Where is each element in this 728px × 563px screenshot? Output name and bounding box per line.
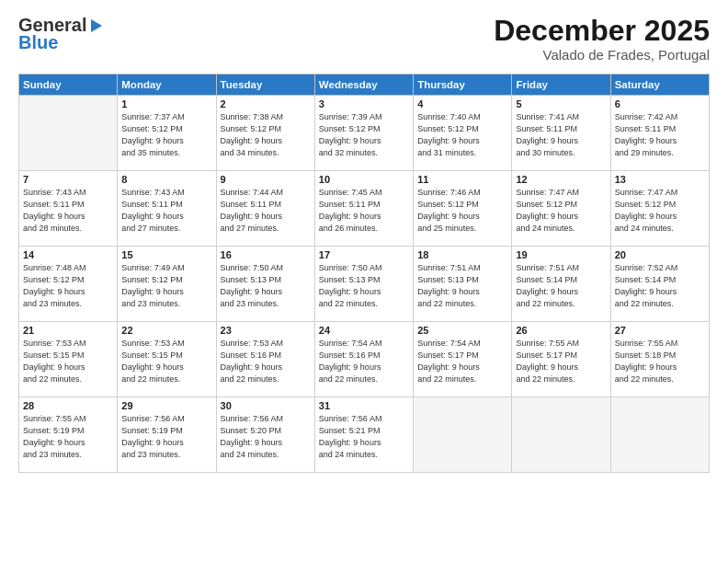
logo-blue: Blue bbox=[18, 32, 58, 53]
day-number: 24 bbox=[319, 325, 409, 336]
day-number: 6 bbox=[615, 98, 705, 109]
calendar-cell: 6Sunrise: 7:42 AMSunset: 5:11 PMDaylight… bbox=[610, 96, 709, 171]
day-number: 31 bbox=[319, 400, 409, 411]
day-info: Sunrise: 7:55 AMSunset: 5:19 PMDaylight:… bbox=[23, 413, 113, 461]
day-number: 18 bbox=[417, 249, 507, 260]
day-info: Sunrise: 7:53 AMSunset: 5:15 PMDaylight:… bbox=[23, 338, 113, 385]
day-number: 26 bbox=[516, 325, 606, 336]
calendar-cell: 24Sunrise: 7:54 AMSunset: 5:16 PMDayligh… bbox=[314, 322, 413, 397]
calendar-header: SundayMondayTuesdayWednesdayThursdayFrid… bbox=[19, 75, 710, 96]
logo: General Blue bbox=[18, 15, 104, 53]
day-number: 10 bbox=[319, 174, 409, 185]
day-number: 13 bbox=[615, 174, 705, 185]
day-info: Sunrise: 7:37 AMSunset: 5:12 PMDaylight:… bbox=[121, 111, 211, 159]
weekday-header: Sunday bbox=[19, 75, 118, 96]
day-info: Sunrise: 7:56 AMSunset: 5:19 PMDaylight:… bbox=[121, 413, 211, 461]
day-info: Sunrise: 7:43 AMSunset: 5:11 PMDaylight:… bbox=[121, 187, 211, 235]
calendar-cell: 14Sunrise: 7:48 AMSunset: 5:12 PMDayligh… bbox=[19, 247, 118, 322]
day-info: Sunrise: 7:40 AMSunset: 5:12 PMDaylight:… bbox=[417, 111, 507, 159]
calendar-cell: 17Sunrise: 7:50 AMSunset: 5:13 PMDayligh… bbox=[314, 247, 413, 322]
weekday-header: Saturday bbox=[610, 75, 709, 96]
logo-icon bbox=[87, 17, 104, 34]
day-number: 19 bbox=[516, 249, 606, 260]
calendar-cell: 29Sunrise: 7:56 AMSunset: 5:19 PMDayligh… bbox=[118, 397, 216, 473]
calendar-cell: 10Sunrise: 7:45 AMSunset: 5:11 PMDayligh… bbox=[314, 171, 413, 247]
day-info: Sunrise: 7:41 AMSunset: 5:11 PMDaylight:… bbox=[516, 111, 606, 159]
calendar-cell bbox=[19, 96, 118, 171]
day-number: 29 bbox=[121, 400, 211, 411]
svg-marker-0 bbox=[91, 19, 102, 32]
calendar-cell: 7Sunrise: 7:43 AMSunset: 5:11 PMDaylight… bbox=[19, 171, 118, 247]
calendar-cell: 5Sunrise: 7:41 AMSunset: 5:11 PMDaylight… bbox=[512, 96, 610, 171]
day-info: Sunrise: 7:48 AMSunset: 5:12 PMDaylight:… bbox=[23, 262, 113, 310]
day-number: 7 bbox=[23, 174, 113, 185]
calendar-cell: 4Sunrise: 7:40 AMSunset: 5:12 PMDaylight… bbox=[414, 96, 512, 171]
calendar-week-row: 1Sunrise: 7:37 AMSunset: 5:12 PMDaylight… bbox=[19, 96, 710, 171]
day-info: Sunrise: 7:38 AMSunset: 5:12 PMDaylight:… bbox=[221, 111, 311, 159]
day-number: 17 bbox=[319, 249, 409, 260]
day-number: 27 bbox=[615, 325, 705, 336]
day-info: Sunrise: 7:44 AMSunset: 5:11 PMDaylight:… bbox=[221, 187, 311, 235]
calendar-cell: 12Sunrise: 7:47 AMSunset: 5:12 PMDayligh… bbox=[512, 171, 610, 247]
day-info: Sunrise: 7:56 AMSunset: 5:21 PMDaylight:… bbox=[319, 413, 409, 461]
day-info: Sunrise: 7:46 AMSunset: 5:12 PMDaylight:… bbox=[417, 187, 507, 235]
day-number: 15 bbox=[121, 249, 211, 260]
day-info: Sunrise: 7:54 AMSunset: 5:17 PMDaylight:… bbox=[417, 338, 507, 385]
calendar-cell bbox=[610, 397, 709, 473]
day-number: 30 bbox=[221, 400, 311, 411]
day-number: 25 bbox=[417, 325, 507, 336]
calendar-cell: 19Sunrise: 7:51 AMSunset: 5:14 PMDayligh… bbox=[512, 247, 610, 322]
day-number: 21 bbox=[23, 325, 113, 336]
calendar-cell: 21Sunrise: 7:53 AMSunset: 5:15 PMDayligh… bbox=[19, 322, 118, 397]
calendar-cell: 23Sunrise: 7:53 AMSunset: 5:16 PMDayligh… bbox=[216, 322, 314, 397]
day-number: 16 bbox=[221, 249, 311, 260]
day-info: Sunrise: 7:47 AMSunset: 5:12 PMDaylight:… bbox=[615, 187, 705, 235]
day-number: 14 bbox=[23, 249, 113, 260]
month-title: December 2025 bbox=[494, 15, 710, 47]
weekday-header: Monday bbox=[118, 75, 216, 96]
day-info: Sunrise: 7:55 AMSunset: 5:18 PMDaylight:… bbox=[615, 338, 705, 385]
day-info: Sunrise: 7:53 AMSunset: 5:16 PMDaylight:… bbox=[221, 338, 311, 385]
day-info: Sunrise: 7:47 AMSunset: 5:12 PMDaylight:… bbox=[516, 187, 606, 235]
calendar-cell: 2Sunrise: 7:38 AMSunset: 5:12 PMDaylight… bbox=[216, 96, 314, 171]
calendar-cell bbox=[512, 397, 610, 473]
day-number: 20 bbox=[615, 249, 705, 260]
calendar-cell: 28Sunrise: 7:55 AMSunset: 5:19 PMDayligh… bbox=[19, 397, 118, 473]
weekday-row: SundayMondayTuesdayWednesdayThursdayFrid… bbox=[19, 75, 710, 96]
weekday-header: Friday bbox=[512, 75, 610, 96]
page: General Blue December 2025 Valado de Fra… bbox=[0, 0, 728, 563]
calendar-cell: 27Sunrise: 7:55 AMSunset: 5:18 PMDayligh… bbox=[610, 322, 709, 397]
calendar-cell: 11Sunrise: 7:46 AMSunset: 5:12 PMDayligh… bbox=[414, 171, 512, 247]
day-number: 2 bbox=[221, 98, 311, 109]
day-number: 8 bbox=[121, 174, 211, 185]
calendar-cell: 20Sunrise: 7:52 AMSunset: 5:14 PMDayligh… bbox=[610, 247, 709, 322]
title-section: December 2025 Valado de Frades, Portugal bbox=[494, 15, 710, 63]
day-info: Sunrise: 7:55 AMSunset: 5:17 PMDaylight:… bbox=[516, 338, 606, 385]
day-info: Sunrise: 7:56 AMSunset: 5:20 PMDaylight:… bbox=[221, 413, 311, 461]
day-number: 28 bbox=[23, 400, 113, 411]
calendar-body: 1Sunrise: 7:37 AMSunset: 5:12 PMDaylight… bbox=[19, 96, 710, 473]
weekday-header: Wednesday bbox=[314, 75, 413, 96]
calendar-cell bbox=[414, 397, 512, 473]
day-number: 9 bbox=[221, 174, 311, 185]
calendar-week-row: 21Sunrise: 7:53 AMSunset: 5:15 PMDayligh… bbox=[19, 322, 710, 397]
day-info: Sunrise: 7:51 AMSunset: 5:13 PMDaylight:… bbox=[417, 262, 507, 310]
calendar-cell: 18Sunrise: 7:51 AMSunset: 5:13 PMDayligh… bbox=[414, 247, 512, 322]
calendar-cell: 3Sunrise: 7:39 AMSunset: 5:12 PMDaylight… bbox=[314, 96, 413, 171]
day-info: Sunrise: 7:49 AMSunset: 5:12 PMDaylight:… bbox=[121, 262, 211, 310]
day-number: 4 bbox=[417, 98, 507, 109]
calendar-table: SundayMondayTuesdayWednesdayThursdayFrid… bbox=[18, 74, 710, 473]
weekday-header: Tuesday bbox=[216, 75, 314, 96]
calendar-cell: 30Sunrise: 7:56 AMSunset: 5:20 PMDayligh… bbox=[216, 397, 314, 473]
calendar-cell: 13Sunrise: 7:47 AMSunset: 5:12 PMDayligh… bbox=[610, 171, 709, 247]
day-number: 12 bbox=[516, 174, 606, 185]
day-info: Sunrise: 7:54 AMSunset: 5:16 PMDaylight:… bbox=[319, 338, 409, 385]
calendar-cell: 9Sunrise: 7:44 AMSunset: 5:11 PMDaylight… bbox=[216, 171, 314, 247]
header: General Blue December 2025 Valado de Fra… bbox=[18, 15, 710, 63]
calendar-cell: 22Sunrise: 7:53 AMSunset: 5:15 PMDayligh… bbox=[118, 322, 216, 397]
day-number: 22 bbox=[121, 325, 211, 336]
day-info: Sunrise: 7:52 AMSunset: 5:14 PMDaylight:… bbox=[615, 262, 705, 310]
weekday-header: Thursday bbox=[414, 75, 512, 96]
calendar-cell: 26Sunrise: 7:55 AMSunset: 5:17 PMDayligh… bbox=[512, 322, 610, 397]
calendar-week-row: 28Sunrise: 7:55 AMSunset: 5:19 PMDayligh… bbox=[19, 397, 710, 473]
